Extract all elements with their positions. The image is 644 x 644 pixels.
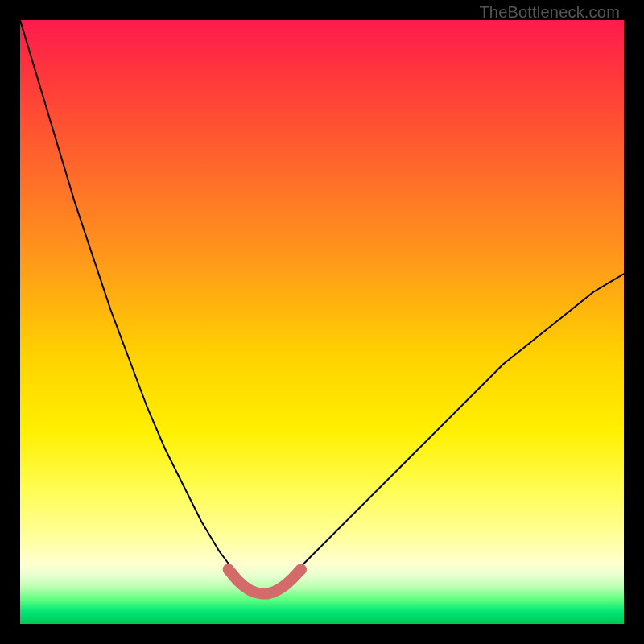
- watermark-text: TheBottleneck.com: [479, 3, 620, 22]
- valley-dot-end: [295, 564, 307, 576]
- valley-highlight: [229, 570, 301, 594]
- chart-svg: [20, 20, 624, 624]
- plot-area: [20, 20, 624, 624]
- frame: TheBottleneck.com: [0, 0, 644, 644]
- bottleneck-curve: [20, 20, 624, 594]
- series-group: [20, 20, 624, 594]
- valley-dot-start: [223, 564, 234, 576]
